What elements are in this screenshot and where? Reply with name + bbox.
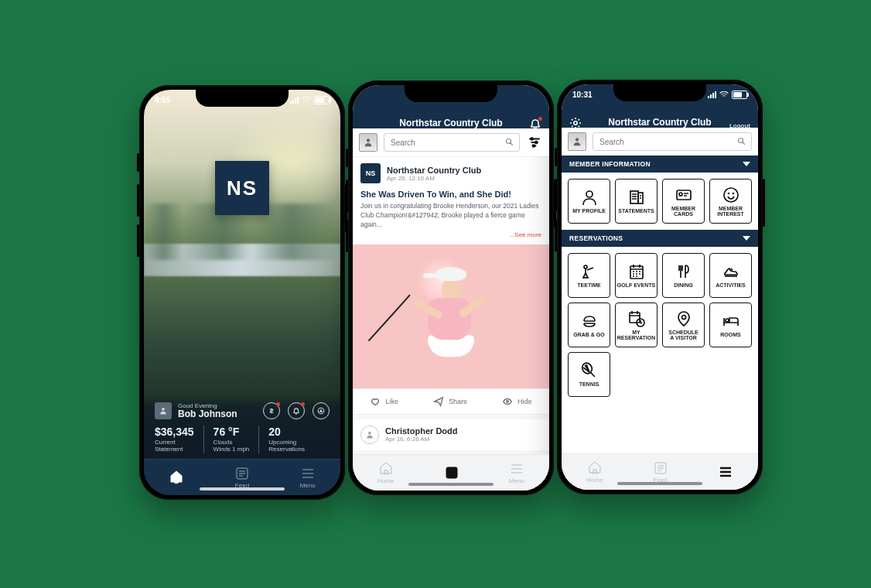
- tab-feed[interactable]: [444, 465, 459, 480]
- stat-weather[interactable]: 76 °F CloudsWinds 1 mph: [213, 426, 260, 453]
- status-time: 10:31: [572, 91, 593, 99]
- tile-label: TENNIS: [579, 381, 599, 387]
- search-input[interactable]: [384, 133, 520, 152]
- tile-pin[interactable]: SCHEDULEA VISITOR: [662, 303, 705, 347]
- pin-icon: [675, 309, 693, 328]
- member-info-grid: MY PROFILESTATEMENTSMEMBERCARDSMEMBERINT…: [562, 173, 758, 230]
- tile-label: STATEMENTS: [618, 208, 654, 214]
- tile-label: GOLF EVENTS: [617, 282, 655, 288]
- post-time: Apr 28, 12:10 AM: [387, 175, 481, 182]
- app-title: Northstar Country Club: [399, 118, 502, 128]
- tile-label: MY PROFILE: [572, 208, 606, 214]
- tile-label: ACTIVITIES: [716, 282, 746, 288]
- search-bar: [562, 128, 758, 156]
- tile-calendar[interactable]: GOLF EVENTS: [615, 253, 658, 298]
- post-author[interactable]: Northstar Country Club: [387, 166, 481, 175]
- chevron-down-icon: [743, 236, 750, 241]
- shoe-icon: [722, 262, 740, 281]
- app-logo: NS: [215, 161, 269, 215]
- tile-statements[interactable]: STATEMENTS: [615, 179, 658, 224]
- like-button[interactable]: Like: [370, 396, 398, 407]
- search-input[interactable]: [593, 132, 752, 151]
- post-time: Apr 16, 6:26 AM: [385, 436, 458, 443]
- tile-tennis[interactable]: TENNIS: [568, 352, 610, 397]
- battery-icon: [314, 96, 330, 104]
- search-icon: [505, 138, 514, 147]
- tab-feed[interactable]: Feed: [234, 466, 250, 489]
- feed-content: NS Northstar Country Club Apr 28, 12:10 …: [353, 156, 549, 455]
- notifications-icon[interactable]: [288, 402, 305, 419]
- tab-home[interactable]: Home: [377, 461, 394, 484]
- post-author-avatar[interactable]: NS: [360, 163, 381, 183]
- signal-icon: [708, 91, 716, 98]
- card-icon: [675, 186, 693, 204]
- app-title: Northstar Country Club: [608, 117, 711, 128]
- tab-menu[interactable]: Menu: [300, 466, 316, 489]
- burger-icon: [580, 312, 599, 330]
- hide-button[interactable]: Hide: [502, 396, 532, 407]
- post-author[interactable]: Christopher Dodd: [385, 426, 458, 436]
- phone-menu: 10:31 Northstar Country Club Logout: [557, 80, 763, 494]
- stat-statement[interactable]: $36,345 Current Statement: [155, 426, 204, 453]
- tab-home[interactable]: [169, 470, 184, 485]
- home-indicator: [408, 483, 494, 486]
- chevron-down-icon: [743, 162, 750, 166]
- post-title: She Was Driven To Win, and She Did!: [360, 190, 541, 199]
- user-name: Bob Johnson: [178, 409, 237, 419]
- statements-icon: [627, 188, 646, 207]
- section-reservations[interactable]: RESERVATIONS: [562, 230, 758, 247]
- tile-label: GRAB & GO: [573, 332, 604, 337]
- stat-reservations[interactable]: 20 Upcoming Reservations: [268, 426, 305, 453]
- tile-burger[interactable]: GRAB & GO: [568, 303, 610, 347]
- section-member-info[interactable]: MEMBER INFORMATION: [562, 156, 758, 173]
- tile-golf[interactable]: TEETIME: [568, 253, 610, 298]
- battery-icon: [732, 91, 747, 99]
- tile-dining[interactable]: DINING: [662, 253, 705, 298]
- search-icon: [737, 137, 746, 146]
- reservations-grid: TEETIMEGOLF EVENTSDININGACTIVITIESGRAB &…: [562, 247, 758, 403]
- filter-button[interactable]: [526, 134, 543, 151]
- user-avatar[interactable]: [155, 402, 172, 419]
- tile-label: SCHEDULEA VISITOR: [668, 330, 699, 341]
- phone-feed: Northstar Country Club NS: [348, 80, 554, 495]
- menu-content: MEMBER INFORMATION MY PROFILESTATEMENTSM…: [562, 156, 758, 454]
- user-avatar[interactable]: [568, 132, 586, 151]
- stage: 8:55 NS Good Evening Bob Johnson: [0, 0, 871, 588]
- tab-menu[interactable]: [718, 464, 733, 480]
- post-text: Join us in congratulating Brooke Henders…: [360, 202, 541, 230]
- share-button[interactable]: Share: [433, 396, 467, 407]
- device-notch: [613, 84, 706, 101]
- golf-icon: [580, 262, 599, 281]
- golfer-illustration: [428, 267, 474, 357]
- post-author-avatar[interactable]: [360, 426, 379, 444]
- device-notch: [405, 85, 497, 102]
- tile-label: MYRESERVATION: [617, 330, 655, 341]
- tab-feed[interactable]: Feed: [653, 460, 668, 484]
- cal-clock-icon: [627, 309, 646, 328]
- device-notch: [196, 90, 289, 107]
- tab-home[interactable]: Home: [586, 460, 603, 484]
- balance-icon[interactable]: [263, 402, 280, 419]
- tile-card[interactable]: MEMBERCARDS: [662, 179, 705, 224]
- dining-icon: [675, 262, 693, 281]
- tile-label: MEMBERINTEREST: [717, 206, 744, 217]
- tennis-icon: [580, 361, 599, 380]
- post-image[interactable]: [353, 244, 549, 388]
- smile-icon: [722, 186, 740, 204]
- tile-shoe[interactable]: ACTIVITIES: [709, 253, 752, 298]
- tile-bed[interactable]: ROOMS: [709, 303, 752, 347]
- tile-profile[interactable]: MY PROFILE: [568, 179, 610, 224]
- see-more-link[interactable]: ...See more: [360, 231, 541, 238]
- calendar-icon: [627, 262, 646, 281]
- phone-home: 8:55 NS Good Evening Bob Johnson: [139, 85, 345, 500]
- explore-icon[interactable]: [313, 402, 330, 419]
- user-avatar[interactable]: [359, 133, 377, 152]
- tab-menu[interactable]: Menu: [509, 461, 524, 484]
- tile-label: MEMBERCARDS: [671, 206, 695, 217]
- tile-label: ROOMS: [720, 332, 740, 337]
- tile-cal-clock[interactable]: MYRESERVATION: [615, 303, 658, 347]
- tile-smile[interactable]: MEMBERINTEREST: [709, 179, 752, 224]
- bed-icon: [722, 312, 740, 330]
- home-indicator: [617, 482, 702, 485]
- status-time: 8:55: [155, 96, 170, 104]
